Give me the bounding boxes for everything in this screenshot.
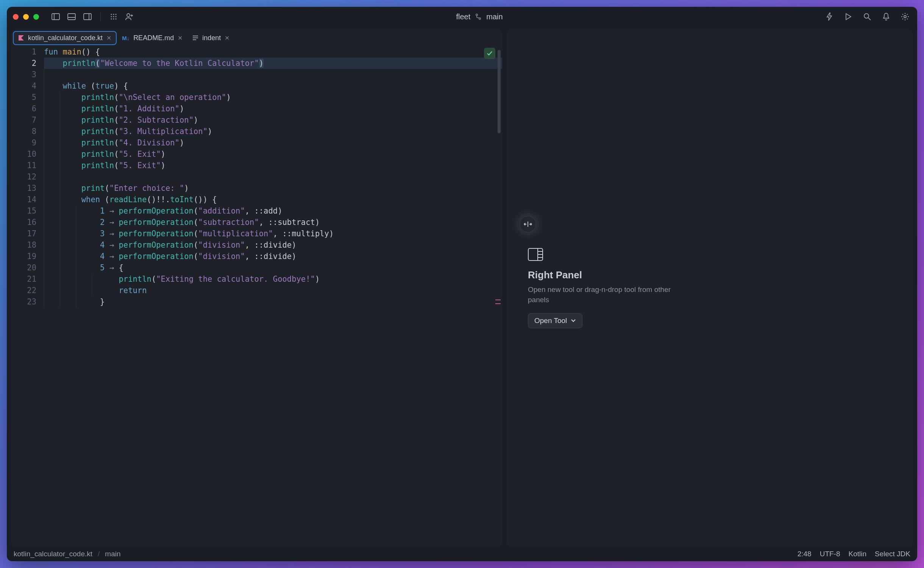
line-number[interactable]: 16 [11,217,36,228]
code-line[interactable]: println("2. Subtraction") [44,114,502,126]
editor-body[interactable]: 1234567891011121314151617181920212223 fu… [11,46,502,547]
line-number[interactable]: 15 [11,205,36,217]
code-line[interactable]: fun main() { [44,46,502,58]
line-number[interactable]: 19 [11,251,36,262]
code-line[interactable]: 3 → performOperation("multiplication", :… [44,228,502,239]
svg-point-12 [111,18,112,19]
line-number[interactable]: 18 [11,239,36,251]
code-line[interactable]: println("1. Addition") [44,103,502,114]
svg-point-22 [904,16,906,18]
line-number[interactable]: 21 [11,273,36,285]
minimize-window-button[interactable] [23,14,29,20]
run-icon[interactable] [842,11,854,23]
add-user-icon[interactable] [123,11,136,23]
code-line[interactable]: return [44,285,502,296]
code-line[interactable]: } [44,296,502,307]
line-number[interactable]: 23 [11,296,36,307]
line-number[interactable]: 1 [11,46,36,58]
tab-md[interactable]: M↓README.md✕ [117,32,187,44]
maximize-window-button[interactable] [33,14,39,20]
gear-icon[interactable] [899,11,911,23]
tab-txt[interactable]: indent✕ [188,32,234,44]
bottom-panel-toggle[interactable] [66,11,78,23]
code-line[interactable] [44,69,502,80]
open-tool-label: Open Tool [534,317,567,325]
line-number[interactable]: 4 [11,80,36,92]
code-line[interactable]: println("4. Division") [44,137,502,148]
svg-point-13 [113,18,114,19]
breadcrumb-scope: main [105,550,120,558]
cursor-position[interactable]: 2:48 [798,550,812,558]
line-number[interactable]: 6 [11,103,36,114]
svg-point-15 [127,14,130,17]
branch-name[interactable]: main [486,12,503,21]
svg-rect-2 [68,14,75,20]
vertical-scrollbar[interactable] [498,50,501,250]
code-line[interactable]: 5 → { [44,262,502,273]
line-number[interactable]: 17 [11,228,36,239]
bell-icon[interactable] [880,11,892,23]
title-center: fleet main [139,12,819,21]
right-panel: Right Panel Open new tool or drag-n-drop… [507,30,913,547]
tab-label: indent [202,34,221,42]
right-panel-toggle[interactable] [81,11,94,23]
language[interactable]: Kotlin [848,550,866,558]
right-panel-desc: Open new tool or drag-n-drop tool from o… [528,285,687,305]
line-number[interactable]: 3 [11,69,36,80]
divider [100,12,101,22]
encoding[interactable]: UTF-8 [820,550,840,558]
code-line[interactable]: 4 → performOperation("division", ::divid… [44,251,502,262]
line-number[interactable]: 12 [11,171,36,183]
open-tool-button[interactable]: Open Tool [528,313,582,328]
line-number[interactable]: 2 [11,58,36,69]
code-line[interactable]: when (readLine()!!.toInt()) { [44,194,502,205]
code-line[interactable]: 1 → performOperation("addition", ::add) [44,205,502,217]
line-number[interactable]: 10 [11,148,36,160]
right-panel-title: Right Panel [528,269,582,281]
code-area[interactable]: fun main() { println("Welcome to the Kot… [44,46,502,547]
minimap-marks [495,296,501,307]
breadcrumb-sep: / [98,550,100,558]
code-line[interactable]: while (true) { [44,80,502,92]
text-file-icon [192,35,198,41]
code-line[interactable]: println("3. Multiplication") [44,126,502,137]
pane-resize-handle[interactable] [520,216,536,233]
line-number[interactable]: 22 [11,285,36,296]
line-number[interactable]: 5 [11,92,36,103]
left-panel-toggle[interactable] [50,11,62,23]
line-number[interactable]: 14 [11,194,36,205]
jdk-selector[interactable]: Select JDK [875,550,910,558]
code-line[interactable]: println("Welcome to the Kotlin Calculato… [44,58,502,69]
line-number[interactable]: 8 [11,126,36,137]
line-number[interactable]: 20 [11,262,36,273]
search-icon[interactable] [861,11,873,23]
project-name[interactable]: fleet [456,12,470,21]
status-ok-icon[interactable] [484,48,495,59]
bolt-icon[interactable] [823,11,835,23]
line-number[interactable]: 7 [11,114,36,126]
window-controls [13,14,39,20]
code-line[interactable]: println("5. Exit") [44,160,502,171]
line-number[interactable]: 9 [11,137,36,148]
code-line[interactable]: 2 → performOperation("subtraction", ::su… [44,217,502,228]
code-line[interactable]: println("5. Exit") [44,148,502,160]
panel-icon [528,248,543,261]
code-line[interactable]: print("Enter choice: ") [44,183,502,194]
apps-grid-icon[interactable] [108,11,120,23]
line-number[interactable]: 13 [11,183,36,194]
tab-close-icon[interactable]: ✕ [225,34,229,42]
code-line[interactable]: println("Exiting the calculator. Goodbye… [44,273,502,285]
code-line[interactable]: println("\nSelect an operation") [44,92,502,103]
breadcrumb[interactable]: kotlin_calculator_code.kt / main [14,550,121,558]
code-line[interactable] [44,171,502,183]
tab-kt[interactable]: kotlin_calculator_code.kt✕ [13,31,117,45]
code-line[interactable]: 4 → performOperation("division", ::divid… [44,239,502,251]
tab-close-icon[interactable]: ✕ [106,34,111,42]
svg-point-9 [111,16,112,17]
svg-point-11 [115,16,116,17]
line-number[interactable]: 11 [11,160,36,171]
close-window-button[interactable] [13,14,19,20]
titlebar: fleet main [7,7,917,27]
svg-line-21 [868,18,871,20]
tab-close-icon[interactable]: ✕ [178,34,183,42]
